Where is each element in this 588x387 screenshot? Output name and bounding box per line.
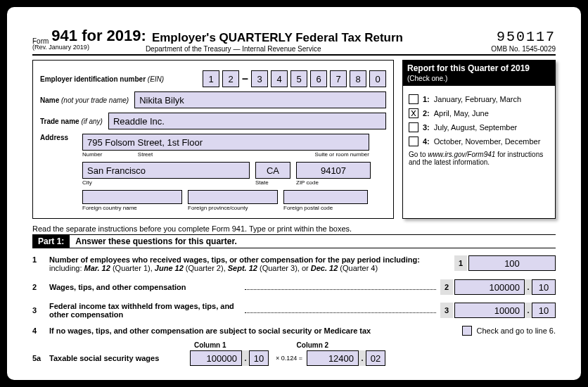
quarter-report-box: Report for this Quarter of 2019 (Check o… bbox=[402, 60, 556, 219]
form-page: Form 941 for 2019: Employer's QUARTERLY … bbox=[7, 7, 581, 380]
form-code: 950117 bbox=[491, 29, 556, 45]
street-sublabel: Suite or room number bbox=[315, 151, 369, 158]
checkbox[interactable] bbox=[409, 137, 418, 146]
address-label: Address bbox=[40, 134, 77, 141]
quarter-option-2[interactable]: x 2: April, May, June bbox=[409, 108, 549, 118]
foreign-postal-input[interactable] bbox=[283, 190, 368, 204]
line-4-check[interactable]: Check and go to line 6. bbox=[462, 326, 556, 336]
omb-number: OMB No. 1545-0029 bbox=[491, 45, 556, 53]
ein-digit[interactable]: 0 bbox=[369, 70, 386, 87]
city-input[interactable]: San Francisco bbox=[82, 162, 250, 179]
line-3-boxnum: 3 bbox=[440, 303, 453, 318]
quarter-option-4[interactable]: 4: October, November, December bbox=[409, 137, 549, 146]
dept-text: Department of the Treasury — Internal Re… bbox=[146, 45, 321, 53]
quarter-option-1[interactable]: 1: January, February, March bbox=[409, 94, 549, 104]
instructions-text: Read the separate instructions before yo… bbox=[32, 224, 556, 233]
ein-label: Employer identification number (EIN) bbox=[40, 75, 164, 83]
ein-dash: – bbox=[242, 72, 248, 85]
line-number: 1 bbox=[32, 255, 49, 264]
line-number: 5a bbox=[32, 354, 49, 362]
line-2-boxnum: 2 bbox=[440, 279, 453, 295]
line-3-value[interactable]: 10000.10 bbox=[454, 303, 556, 318]
quarter-option-3[interactable]: 3: July, August, September bbox=[409, 122, 549, 132]
line-5a-text: Taxable social security wages bbox=[49, 354, 190, 362]
line-number: 2 bbox=[32, 283, 49, 291]
line-2-text: Wages, tips, and other compensation bbox=[49, 283, 241, 291]
foreign-country-sublabel: Foreign country name bbox=[82, 205, 182, 211]
street-sublabel: Number bbox=[82, 151, 102, 158]
part-1-header: Part 1: Answer these questions for this … bbox=[32, 234, 556, 248]
line-5a-col2[interactable]: 12400.02 bbox=[307, 350, 385, 366]
foreign-postal-sublabel: Foreign postal code bbox=[283, 205, 368, 211]
checkbox[interactable] bbox=[409, 94, 418, 104]
ein-digit[interactable]: 8 bbox=[350, 70, 366, 87]
instructions-link: Go to www.irs.gov/Form941 for instructio… bbox=[409, 151, 549, 166]
line-5a-col1[interactable]: 100000.10 bbox=[190, 350, 269, 366]
form-title: Employer's QUARTERLY Federal Tax Return bbox=[152, 31, 403, 45]
line-4-text: If no wages, tips, and other compensatio… bbox=[49, 326, 448, 335]
line-1-value[interactable]: 100 bbox=[468, 255, 556, 271]
trade-input[interactable]: Readdle Inc. bbox=[108, 113, 386, 129]
dotted-leader bbox=[245, 284, 436, 290]
line-1-boxnum: 1 bbox=[454, 255, 467, 271]
ein-digit[interactable]: 3 bbox=[251, 70, 268, 87]
quarter-header: Report for this Quarter of 2019 (Check o… bbox=[403, 61, 555, 86]
street-sublabel: Street bbox=[138, 151, 153, 158]
state-sublabel: State bbox=[255, 179, 290, 186]
foreign-country-input[interactable] bbox=[82, 190, 182, 204]
ein-digit[interactable]: 2 bbox=[222, 70, 239, 87]
name-input[interactable]: Nikita Bilyk bbox=[134, 91, 386, 108]
city-sublabel: City bbox=[82, 179, 250, 186]
line-number: 4 bbox=[32, 326, 49, 335]
ein-digit[interactable]: 1 bbox=[203, 70, 219, 87]
ein-digit[interactable]: 4 bbox=[271, 70, 288, 87]
form-header: Form 941 for 2019: Employer's QUARTERLY … bbox=[32, 27, 556, 56]
multiplier-text: × 0.124 = bbox=[276, 355, 302, 362]
state-input[interactable]: CA bbox=[255, 162, 290, 179]
trade-label: Trade name (if any) bbox=[40, 118, 103, 125]
ein-digit[interactable]: 5 bbox=[290, 70, 307, 87]
line-2-value[interactable]: 100000.10 bbox=[454, 279, 556, 295]
zip-sublabel: ZIP code bbox=[296, 179, 371, 186]
ein-field[interactable]: 1 2 – 3 4 5 6 7 8 0 bbox=[203, 70, 386, 87]
ein-digit[interactable]: 7 bbox=[330, 70, 347, 87]
foreign-province-sublabel: Foreign province/county bbox=[188, 205, 278, 211]
checkbox[interactable] bbox=[409, 122, 418, 132]
part-title: Answer these questions for this quarter. bbox=[75, 236, 236, 246]
foreign-province-input[interactable] bbox=[188, 190, 278, 204]
name-label: Name (not your trade name) bbox=[40, 96, 129, 104]
employer-info-box: Employer identification number (EIN) 1 2… bbox=[32, 60, 394, 219]
ein-digit[interactable]: 6 bbox=[310, 70, 327, 87]
revision-date: (Rev. January 2019) bbox=[32, 44, 89, 53]
part-label: Part 1: bbox=[32, 235, 70, 248]
line-1-text: Number of employees who received wages, … bbox=[49, 255, 454, 272]
zip-input[interactable]: 94107 bbox=[296, 162, 371, 179]
street-input[interactable]: 795 Folsom Street, 1st Floor bbox=[82, 134, 369, 151]
checkbox[interactable]: x bbox=[409, 108, 418, 118]
line-3-text: Federal income tax withheld from wages, … bbox=[49, 302, 241, 319]
line-number: 3 bbox=[32, 306, 49, 315]
dotted-leader bbox=[245, 307, 436, 313]
column-headers: Column 1 Column 2 bbox=[194, 341, 556, 349]
form-number: 941 for 2019: bbox=[51, 27, 146, 45]
checkbox[interactable] bbox=[462, 326, 472, 336]
